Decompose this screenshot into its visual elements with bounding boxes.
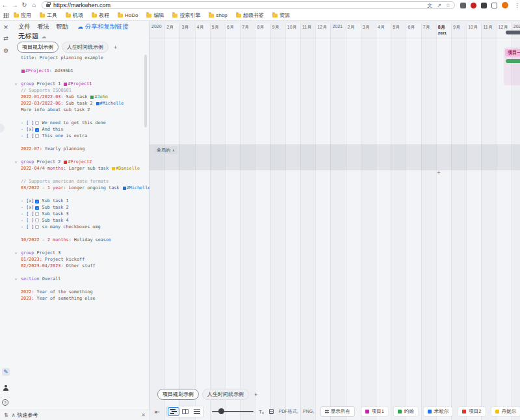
code-line[interactable]: #Project1: #d336b1 [16, 68, 146, 74]
profile-icon[interactable] [3, 385, 8, 391]
legend-item[interactable]: 项目2 [458, 407, 485, 416]
tab-item[interactable]: 人生时间线示例 [202, 389, 249, 400]
menu-item-看法[interactable]: 看法 [37, 23, 49, 31]
code-line[interactable]: title: Project planning example [16, 55, 146, 61]
legend-item[interactable]: 米歇尔 [424, 407, 453, 416]
view-list-button[interactable] [191, 407, 203, 416]
code-line[interactable]: - [ ] This one is extra [16, 133, 146, 139]
code-line[interactable]: - [ ] so many checkboxes omg [16, 224, 146, 230]
code-line[interactable]: 10/2022 - 2 months: Holiday season [16, 237, 146, 243]
code-line[interactable] [16, 191, 146, 198]
close-icon[interactable]: ✕ [2, 23, 10, 31]
code-line[interactable] [16, 282, 146, 289]
legend-item[interactable]: 项目1 [361, 407, 388, 416]
export-pdf-button[interactable]: PDF格式↓ [278, 408, 298, 415]
code-line[interactable]: 2022-07: Yearly planning [16, 146, 146, 152]
editor-scrollbar[interactable] [144, 55, 147, 127]
code-line[interactable] [16, 230, 146, 237]
code-line[interactable] [16, 113, 146, 120]
code-line[interactable]: - [x]✓ Sub task 1 [16, 198, 146, 204]
url-text[interactable]: https://markwhen.com [53, 2, 422, 8]
fold-arrow-icon[interactable]: ∨ [15, 276, 17, 282]
code-line[interactable]: 2023: Year of something else [16, 295, 146, 302]
tab-groups-icon[interactable] [491, 3, 497, 8]
code-line[interactable] [16, 172, 146, 178]
code-line[interactable]: 01/2023: Project kickoff [16, 256, 146, 263]
code-line[interactable]: ∨section Overall [16, 276, 146, 282]
view-calendar-button[interactable] [179, 407, 191, 416]
bookmark-item[interactable]: 资源 [272, 12, 290, 19]
tab-item[interactable]: 项目规划示例 [17, 42, 58, 53]
group-project1-label[interactable]: 项目一 [505, 49, 520, 57]
menu-item-帮助[interactable]: 帮助 [56, 23, 68, 31]
translate-icon[interactable]: 文 [427, 2, 432, 9]
code-editor[interactable]: title: Project planning example#Project1… [16, 55, 146, 302]
code-line[interactable] [16, 74, 146, 81]
extension-icon[interactable] [471, 3, 476, 8]
tab-item[interactable]: 人生时间线示例 [62, 42, 109, 53]
bookmark-item[interactable]: shop [209, 12, 227, 18]
bookmark-item[interactable]: 编辑 [146, 12, 164, 19]
forward-icon[interactable]: → [10, 0, 20, 10]
code-line[interactable]: 2022-03/2022-06: Sub task 2 #Michelle [16, 100, 146, 107]
code-line[interactable]: - [ ] Sub task 4 [16, 217, 146, 224]
settings-gear-icon[interactable]: ⚙ [2, 47, 10, 55]
view-timeline-button[interactable] [168, 407, 179, 416]
home-icon[interactable]: ⌂ [29, 0, 39, 10]
address-bar[interactable]: https://markwhen.com 文 ↗ ☆ [42, 1, 455, 9]
fold-arrow-icon[interactable]: ∨ [15, 250, 17, 256]
tab-item[interactable]: 项目规划示例 [157, 389, 199, 400]
section-summary-bar[interactable] [506, 31, 520, 34]
legend-item[interactable]: 约翰 [394, 407, 418, 416]
share-page-icon[interactable]: ↗ [437, 3, 441, 8]
slider-knob[interactable] [218, 408, 224, 414]
bookmark-item[interactable]: 机场 [66, 12, 83, 19]
code-line[interactable]: More info about sub task 2 [16, 107, 146, 113]
code-line[interactable] [16, 152, 146, 159]
code-line[interactable]: // Supports american date formats [16, 178, 146, 185]
code-line[interactable]: ∨group Project 1 #Project1 [16, 81, 146, 87]
add-tab-button[interactable]: + [112, 44, 119, 51]
code-line[interactable] [16, 61, 146, 68]
bookmark-item[interactable]: 超级书签 [236, 12, 264, 19]
bookmark-item[interactable]: 搜索引擎 [172, 12, 200, 19]
code-line[interactable]: 02/2023-04/2023: Other stuff [16, 263, 146, 269]
refresh-icon[interactable]: ↻ [20, 0, 29, 10]
extension-icon[interactable] [460, 3, 466, 8]
document-title[interactable]: 无标题 [18, 32, 39, 41]
code-line[interactable] [16, 243, 146, 250]
profile-avatar[interactable] [502, 2, 508, 8]
code-line[interactable]: - [ ] Sub task 3 [16, 211, 146, 217]
sort-icon[interactable]: ⇅ [4, 412, 8, 418]
timeline-panel[interactable]: 20202月3月4月5月6月7月8月9月10月11月12月20212月3月4月5… [150, 21, 520, 420]
code-line[interactable] [16, 139, 146, 146]
fold-arrow-icon[interactable]: ∨ [15, 81, 17, 87]
section-collapse-pill[interactable]: 全局的 ∧ [154, 146, 177, 154]
back-icon[interactable]: ← [0, 0, 10, 10]
export-png-button[interactable]: PNG↓ [303, 409, 315, 414]
code-line[interactable]: 2022: Year of the something [16, 289, 146, 295]
bookmark-star-icon[interactable]: ☆ [446, 3, 450, 8]
add-tab-button[interactable]: + [252, 391, 259, 398]
code-line[interactable] [16, 269, 146, 276]
text-size-icon[interactable]: To [259, 409, 264, 415]
edit-pencil-icon[interactable]: ✎ [2, 368, 10, 376]
quick-reference-toggle[interactable]: ∧ 快速参考 [12, 412, 38, 419]
event-bar-subtask-john[interactable] [506, 59, 520, 63]
bookmark-item[interactable]: 教程 [92, 12, 109, 19]
code-line[interactable]: ∨group Project 2 #Project2 [16, 159, 146, 165]
extensions-puzzle-icon[interactable] [481, 3, 487, 8]
show-all-button[interactable]: 显示所有 [320, 406, 355, 417]
apps-grid-icon[interactable] [3, 13, 8, 18]
fold-arrow-icon[interactable]: ∨ [15, 159, 17, 165]
browser-menu-icon[interactable]: ⋮ [514, 2, 520, 8]
code-line[interactable]: - [x]✓ Sub task 2 [16, 204, 146, 211]
bookmark-item[interactable]: 应用 [14, 12, 31, 19]
bookmark-item[interactable]: HoDo [118, 12, 138, 18]
code-line[interactable]: // Supports ISO8601 [16, 87, 146, 94]
code-line[interactable]: - [ ] We need to get this done [16, 120, 146, 126]
code-line[interactable]: - [x]✓ And this [16, 126, 146, 133]
code-line[interactable]: ∨group Project 3 [16, 250, 146, 256]
collapse-left-icon[interactable]: ⇤ [155, 408, 160, 415]
close-icon[interactable]: ✕ [141, 412, 146, 418]
